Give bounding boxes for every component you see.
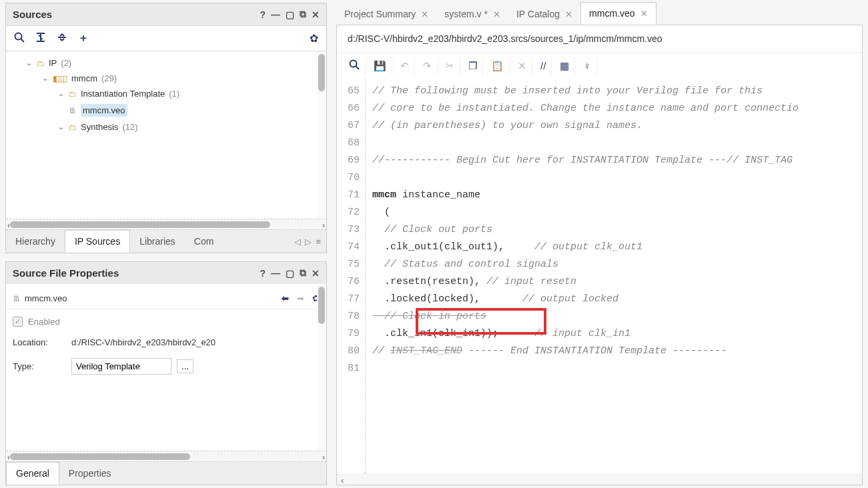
line-gutter: 656667686970 717273747576 7778798081 [337, 79, 366, 474]
editor-tabs: Project Summary ✕ system.v * ✕ IP Catalo… [336, 3, 863, 25]
minimize-icon[interactable]: — [271, 9, 280, 20]
restore-icon[interactable]: ▢ [286, 9, 294, 20]
tree-inst-count: (1) [169, 89, 179, 99]
copy-icon[interactable]: ❐ [463, 57, 483, 75]
horizontal-scrollbar[interactable]: ‹ [337, 474, 862, 485]
tab-mmcm-veo[interactable]: mmcm.veo ✕ [580, 2, 656, 25]
lightbulb-icon[interactable]: ♀ [578, 57, 596, 74]
tree-synth-label: Synthesis [81, 122, 118, 132]
restore-icon[interactable]: ▢ [286, 268, 294, 279]
svg-line-1 [21, 39, 25, 42]
tree-inst-template[interactable]: ⌄ 🗀 Instantiation Template (1) [13, 86, 324, 101]
add-icon[interactable]: ＋ [78, 31, 89, 45]
tab-scroll-right-icon[interactable]: ▷ [305, 237, 312, 247]
caret-down-icon: ⌄ [57, 89, 65, 98]
sfp-title: Source File Properties [13, 267, 119, 279]
help-icon[interactable]: ? [260, 268, 266, 279]
sfp-type-label: Type: [13, 361, 66, 371]
sfp-type-input[interactable] [71, 358, 171, 375]
tree-mmcm-label: mmcm [71, 73, 97, 83]
sfp-location-value: d:/RISC-V/hbirdv2_e203/hbirdv2_e20 [71, 337, 215, 347]
sfp-enabled-label: Enabled [28, 317, 60, 327]
code-editor[interactable]: 656667686970 717273747576 7778798081 // … [337, 79, 862, 474]
sfp-enabled-row: ✓ Enabled [13, 315, 320, 329]
minimize-icon[interactable]: — [271, 268, 280, 279]
vertical-scrollbar[interactable] [317, 51, 326, 219]
folder-icon: 🗀 [37, 59, 45, 68]
undo-icon[interactable]: ↶ [395, 57, 415, 75]
horizontal-scrollbar[interactable]: ‹ › [6, 219, 326, 229]
tab-label: system.v * [444, 9, 488, 19]
tab-libraries[interactable]: Libraries [130, 231, 185, 252]
enabled-checkbox[interactable]: ✓ [13, 317, 23, 327]
close-tab-icon[interactable]: ✕ [640, 9, 648, 19]
tab-label: IP Catalog [516, 9, 560, 19]
close-icon[interactable]: ✕ [312, 9, 320, 20]
close-tab-icon[interactable]: ✕ [565, 9, 572, 19]
redo-icon[interactable]: ↷ [418, 57, 438, 75]
sources-title: Sources [13, 9, 52, 20]
tab-menu-icon[interactable]: ≡ [316, 237, 321, 247]
column-select-icon[interactable]: ▦ [554, 57, 575, 75]
code-lines: // The following must be inserted into y… [366, 79, 805, 474]
help-icon[interactable]: ? [260, 9, 266, 20]
close-tab-icon[interactable]: ✕ [421, 9, 428, 19]
expand-all-icon[interactable] [57, 32, 67, 45]
tab-ip-catalog[interactable]: IP Catalog ✕ [508, 3, 580, 25]
svg-point-2 [350, 61, 357, 67]
tab-project-summary[interactable]: Project Summary ✕ [336, 3, 436, 25]
search-icon[interactable] [344, 57, 366, 75]
sfp-panel-header: Source File Properties ? — ▢ ⧉ ✕ [6, 262, 326, 284]
tab-system-v[interactable]: system.v * ✕ [436, 3, 508, 25]
popout-icon[interactable]: ⧉ [300, 9, 306, 20]
ip-core-icon: ◧◫ [53, 74, 67, 83]
tree-inst-label: Instantiation Template [81, 89, 165, 99]
tree-ip-count: (2) [61, 58, 71, 68]
collapse-all-icon[interactable] [35, 32, 46, 45]
sfp-location-row: Location: d:/RISC-V/hbirdv2_e203/hbirdv2… [13, 335, 320, 349]
comment-icon[interactable]: // [535, 57, 552, 74]
sources-toolbar: ＋ ✿ [6, 25, 326, 51]
close-tab-icon[interactable]: ✕ [493, 9, 500, 19]
sfp-panel-tabs: General Properties [6, 461, 326, 485]
search-icon[interactable] [14, 32, 25, 45]
file-icon: 🗎 [13, 294, 21, 303]
save-icon[interactable]: 💾 [368, 57, 392, 75]
settings-icon[interactable]: ✿ [310, 32, 318, 45]
cut-icon[interactable]: ✂ [440, 57, 460, 75]
delete-icon[interactable]: ✕ [512, 57, 532, 75]
editor-area: d:/RISC-V/hbirdv2_e203/hbirdv2_e203.srcs… [336, 25, 863, 485]
tab-compile-order[interactable]: Com [185, 231, 224, 252]
folder-icon: 🗀 [69, 123, 77, 132]
nav-back-icon[interactable]: ⬅ [282, 293, 289, 303]
tab-scroll-left-icon[interactable]: ◁ [294, 237, 301, 247]
vertical-scrollbar[interactable] [317, 284, 326, 451]
tab-label: Project Summary [344, 9, 416, 19]
svg-line-3 [356, 67, 360, 70]
caret-down-icon: ⌄ [25, 59, 33, 67]
tab-hierarchy[interactable]: Hierarchy [6, 231, 65, 252]
sfp-filename: mmcm.veo [25, 293, 67, 303]
tree-mmcm[interactable]: ⌄ ◧◫ mmcm (29) [13, 71, 324, 86]
tab-ip-sources[interactable]: IP Sources [65, 230, 130, 253]
close-icon[interactable]: ✕ [312, 268, 320, 279]
sfp-location-label: Location: [13, 337, 66, 347]
tree-synthesis[interactable]: ⌄ 🗀 Synthesis (12) [13, 119, 324, 135]
tab-general[interactable]: General [6, 462, 59, 485]
tree-file-mmcm-veo[interactable]: 🗎 mmcm.veo [13, 101, 324, 119]
svg-point-0 [15, 33, 22, 39]
file-path: d:/RISC-V/hbirdv2_e203/hbirdv2_e203.srcs… [337, 25, 862, 53]
sources-tree: ⌄ 🗀 IP (2) ⌄ ◧◫ mmcm (29) ⌄ 🗀 Instantiat… [6, 51, 326, 219]
sfp-file-row: 🗎 mmcm.veo ⬅ ➡ ✿ [13, 288, 320, 309]
sfp-type-browse-button[interactable]: ... [177, 359, 193, 373]
nav-forward-icon[interactable]: ➡ [297, 293, 304, 303]
folder-icon: 🗀 [69, 89, 77, 99]
file-icon: 🗎 [69, 106, 77, 115]
horizontal-scrollbar[interactable]: ‹ › [6, 451, 326, 461]
tab-properties[interactable]: Properties [59, 463, 121, 484]
caret-down-icon: ⌄ [41, 74, 49, 83]
tab-label: mmcm.veo [589, 8, 634, 19]
popout-icon[interactable]: ⧉ [300, 267, 306, 279]
tree-ip[interactable]: ⌄ 🗀 IP (2) [13, 55, 324, 71]
paste-icon[interactable]: 📋 [486, 57, 510, 75]
